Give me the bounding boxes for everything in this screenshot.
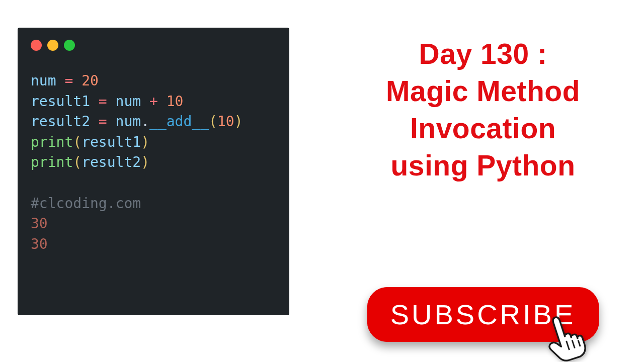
code-output: 30	[31, 236, 48, 252]
code-window: num = 20 result1 = num + 10 result2 = nu…	[18, 28, 289, 315]
close-icon	[31, 40, 42, 51]
code-op: +	[141, 93, 167, 110]
page-title: Day 130 : Magic Method Invocation using …	[386, 35, 580, 184]
code-op: =	[90, 93, 116, 110]
code-num: 10	[217, 113, 234, 130]
code-func: print	[31, 134, 73, 150]
code-op: =	[56, 72, 82, 89]
code-num: 10	[167, 93, 184, 110]
code-comment: #clcoding.com	[31, 195, 141, 212]
code-paren: (	[73, 134, 82, 150]
code-paren: (	[209, 113, 217, 130]
code-func: print	[31, 154, 73, 170]
code-paren: )	[234, 113, 243, 130]
title-line: using Python	[386, 147, 580, 184]
title-line: Invocation	[386, 110, 580, 147]
title-line: Magic Method	[386, 72, 580, 110]
code-arg: result1	[82, 134, 141, 150]
code-paren: )	[141, 154, 149, 170]
code-var: num	[116, 93, 141, 110]
code-num: 20	[82, 72, 99, 89]
title-line: Day 130 :	[386, 35, 580, 72]
code-dot: .	[141, 113, 149, 130]
code-paren: )	[141, 134, 149, 150]
left-panel: num = 20 result1 = num + 10 result2 = nu…	[0, 0, 322, 362]
code-arg: result2	[82, 154, 141, 170]
code-var: num	[31, 72, 56, 89]
maximize-icon	[64, 40, 75, 51]
code-block: num = 20 result1 = num + 10 result2 = nu…	[31, 71, 276, 254]
minimize-icon	[47, 40, 58, 51]
window-dots	[31, 40, 276, 51]
subscribe-container: SUBSCRIBE	[367, 287, 599, 342]
code-method: __add__	[149, 113, 209, 130]
right-panel: Day 130 : Magic Method Invocation using …	[322, 0, 644, 362]
code-op: =	[90, 113, 116, 130]
code-var: result1	[31, 93, 90, 110]
code-paren: (	[73, 154, 82, 170]
svg-line-0	[566, 341, 569, 350]
code-output: 30	[31, 215, 48, 232]
subscribe-button[interactable]: SUBSCRIBE	[367, 287, 599, 342]
code-var: num	[116, 113, 141, 130]
code-var: result2	[31, 113, 90, 130]
